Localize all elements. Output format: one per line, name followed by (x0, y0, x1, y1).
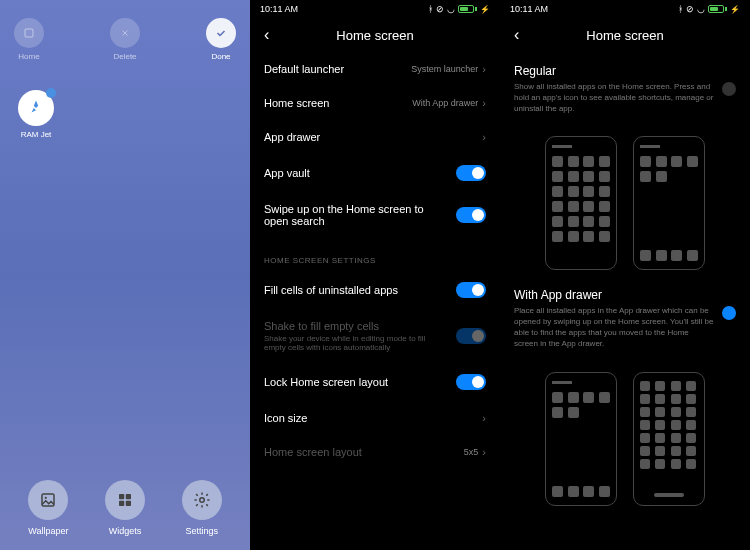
app-ramjet[interactable]: RAM Jet (18, 90, 54, 139)
phone-preview (545, 136, 617, 270)
regular-option[interactable]: Regular Show all installed apps on the H… (500, 52, 750, 126)
rocket-icon (18, 90, 54, 126)
do-not-disturb-icon: ⊘ (686, 4, 694, 14)
setting-label: App drawer (264, 131, 320, 143)
home-icon (14, 18, 44, 48)
battery-icon (458, 5, 477, 13)
phone-preview (633, 136, 705, 270)
app-vault-toggle[interactable] (456, 165, 486, 181)
regular-previews (500, 126, 750, 276)
home-mode-panel: 10:11 AM ᚼ ⊘ ◡ ⚡ ‹ Home screen Regular S… (500, 0, 750, 550)
phone-preview (633, 372, 705, 506)
swipe-up-search-row: Swipe up on the Home screen to open sear… (264, 192, 486, 238)
action-label: Home (18, 52, 39, 61)
wifi-icon: ◡ (447, 4, 455, 14)
app-drawer-radio[interactable] (722, 306, 736, 320)
charging-icon: ⚡ (730, 5, 740, 14)
setting-label: Default launcher (264, 63, 344, 75)
default-launcher-row[interactable]: Default launcher System launcher› (264, 52, 486, 86)
setting-label: Home screen layout (264, 446, 362, 458)
setting-label: Fill cells of uninstalled apps (264, 284, 398, 296)
page-title: Home screen (336, 28, 413, 43)
setting-label: Icon size (264, 412, 307, 424)
lock-layout-toggle[interactable] (456, 374, 486, 390)
lock-layout-row: Lock Home screen layout (264, 363, 486, 401)
section-header: HOME SCREEN SETTINGS (264, 238, 486, 271)
setting-value: System launcher› (411, 63, 486, 75)
bottom-label: Wallpaper (28, 526, 68, 536)
phone-preview (545, 372, 617, 506)
header: ‹ Home screen (250, 18, 500, 52)
charging-icon: ⚡ (480, 5, 490, 14)
setting-label: Shake to fill empty cells (264, 320, 446, 332)
drawer-previews (500, 362, 750, 512)
settings-button[interactable]: Settings (182, 480, 222, 536)
delete-action[interactable]: Delete (110, 18, 140, 61)
home-screen-row[interactable]: Home screen With App drawer› (264, 86, 486, 120)
shake-fill-row: Shake to fill empty cells Shake your dev… (264, 309, 486, 363)
page-title: Home screen (586, 28, 663, 43)
svg-rect-0 (25, 29, 33, 37)
svg-rect-3 (119, 494, 124, 499)
chevron-right-icon: › (482, 97, 486, 109)
option-title: Regular (514, 64, 714, 78)
setting-value: › (482, 131, 486, 143)
fill-cells-row: Fill cells of uninstalled apps (264, 271, 486, 309)
status-bar: 10:11 AM ᚼ ⊘ ◡ ⚡ (500, 0, 750, 18)
home-settings-panel: 10:11 AM ᚼ ⊘ ◡ ⚡ ‹ Home screen Default l… (250, 0, 500, 550)
app-drawer-row[interactable]: App drawer › (264, 120, 486, 154)
widgets-icon (105, 480, 145, 520)
back-button[interactable]: ‹ (514, 26, 519, 44)
app-badge (46, 88, 56, 98)
app-vault-row: App vault (264, 154, 486, 192)
regular-radio[interactable] (722, 82, 736, 96)
settings-icon (182, 480, 222, 520)
status-time: 10:11 AM (510, 4, 548, 14)
setting-label: Lock Home screen layout (264, 376, 388, 388)
shake-fill-toggle (456, 328, 486, 344)
setting-label: App vault (264, 167, 310, 179)
action-label: Delete (113, 52, 136, 61)
home-edit-panel: Home Delete Done RAM Jet Wallpaper (0, 0, 250, 550)
bluetooth-icon: ᚼ (428, 4, 433, 14)
option-desc: Show all installed apps on the Home scre… (514, 82, 714, 114)
wallpaper-icon (28, 480, 68, 520)
status-bar: 10:11 AM ᚼ ⊘ ◡ ⚡ (250, 0, 500, 18)
app-label: RAM Jet (21, 130, 52, 139)
chevron-right-icon: › (482, 131, 486, 143)
svg-rect-6 (126, 501, 131, 506)
status-right: ᚼ ⊘ ◡ ⚡ (428, 4, 490, 14)
bottom-actions: Wallpaper Widgets Settings (0, 480, 250, 536)
setting-label: Swipe up on the Home screen to open sear… (264, 203, 446, 227)
swipe-up-toggle[interactable] (456, 207, 486, 223)
app-drawer-option[interactable]: With App drawer Place all installed apps… (500, 276, 750, 361)
do-not-disturb-icon: ⊘ (436, 4, 444, 14)
done-action[interactable]: Done (206, 18, 236, 61)
widgets-button[interactable]: Widgets (105, 480, 145, 536)
home-action[interactable]: Home (14, 18, 44, 61)
chevron-right-icon: › (482, 446, 486, 458)
layout-row[interactable]: Home screen layout 5x5› (264, 435, 486, 469)
svg-rect-5 (119, 501, 124, 506)
status-right: ᚼ ⊘ ◡ ⚡ (678, 4, 740, 14)
battery-icon (708, 5, 727, 13)
bottom-label: Settings (185, 526, 218, 536)
status-time: 10:11 AM (260, 4, 298, 14)
svg-rect-4 (126, 494, 131, 499)
top-actions: Home Delete Done (0, 0, 250, 69)
fill-cells-toggle[interactable] (456, 282, 486, 298)
setting-label: Home screen (264, 97, 329, 109)
bluetooth-icon: ᚼ (678, 4, 683, 14)
setting-value: › (482, 412, 486, 424)
icon-size-row[interactable]: Icon size › (264, 401, 486, 435)
wifi-icon: ◡ (697, 4, 705, 14)
settings-list: Default launcher System launcher› Home s… (250, 52, 500, 469)
check-icon (206, 18, 236, 48)
svg-rect-1 (42, 494, 54, 506)
svg-point-7 (199, 498, 204, 503)
back-button[interactable]: ‹ (264, 26, 269, 44)
option-title: With App drawer (514, 288, 714, 302)
header: ‹ Home screen (500, 18, 750, 52)
option-desc: Place all installed apps in the App draw… (514, 306, 714, 349)
wallpaper-button[interactable]: Wallpaper (28, 480, 68, 536)
